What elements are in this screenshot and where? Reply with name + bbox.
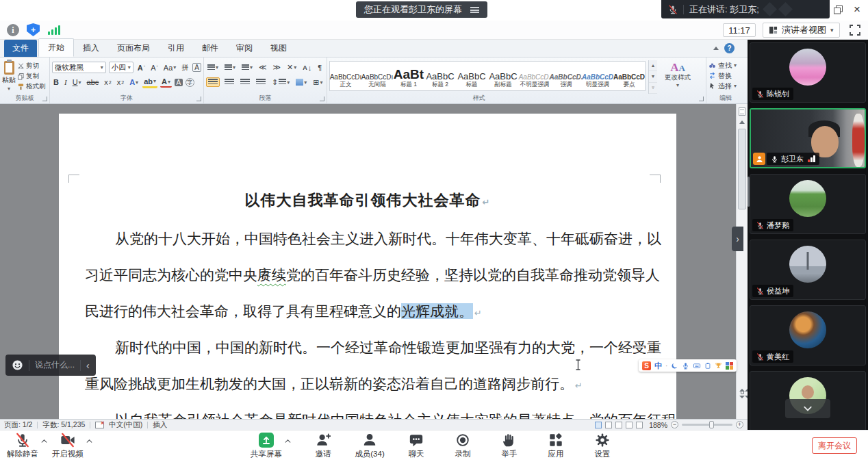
zoom-in-button[interactable]: + (736, 421, 743, 428)
grow-font-button[interactable]: Aˆ (136, 63, 146, 73)
info-icon[interactable]: i (7, 24, 19, 36)
leave-meeting-button[interactable]: 离开会议 (812, 437, 857, 454)
participant-tile-潘梦鹅[interactable]: 潘梦鹅 (750, 174, 866, 234)
word-count[interactable]: 字数: 5/1,235 (42, 420, 85, 430)
select-button[interactable]: 选择▾ (709, 81, 743, 91)
borders-button[interactable]: ⊞▾ (311, 77, 324, 88)
voice-input-icon[interactable] (682, 362, 689, 370)
screen-share-button[interactable]: 共享屏幕 (251, 433, 282, 459)
style-card[interactable]: AaBbC标题 (456, 62, 487, 90)
page-indicator[interactable]: 页面: 1/2 (4, 420, 32, 430)
enclose-characters-button[interactable]: 字 (186, 78, 194, 87)
bullets-button[interactable]: ▾ (206, 64, 220, 72)
format-painter-button[interactable]: 格式刷 (18, 82, 46, 91)
mic-muted-options-chevron[interactable] (40, 437, 48, 445)
document-area[interactable]: 以伟大自我革命引领伟大社会革命↵ 从党的十八大开始，中国特色社会主义进入新时代。… (0, 104, 748, 419)
invite-button[interactable]: 邀请 (308, 433, 338, 459)
document-scrollbar[interactable] (736, 104, 748, 419)
style-card[interactable]: AaBbCcDı正文 (330, 62, 361, 90)
members-button[interactable]: 成员(34) (355, 433, 385, 459)
subscript-button[interactable]: x2 (103, 77, 112, 87)
ribbon-tab-引用[interactable]: 引用 (159, 40, 193, 57)
banner-menu-icon[interactable] (470, 7, 479, 13)
character-shading-button[interactable]: A (175, 79, 183, 86)
change-case-button[interactable]: Aa▾ (162, 63, 177, 73)
line-spacing-button[interactable]: ⇕▾ (270, 77, 291, 88)
apps-button[interactable]: 应用 (541, 433, 571, 459)
moon-icon[interactable] (671, 362, 678, 370)
chat-button[interactable]: 聊天 (401, 433, 431, 459)
copy-button[interactable]: 复制 (18, 72, 46, 81)
multilevel-list-button[interactable]: ▾ (240, 64, 254, 72)
mic-muted-button[interactable]: 解除静音 (7, 433, 38, 459)
align-left-button[interactable] (206, 77, 220, 87)
paste-button[interactable]: 粘贴 ▾ (2, 60, 16, 94)
dialog-launcher-icon[interactable] (699, 97, 704, 101)
style-card[interactable]: AaBbCcD.强调 (550, 62, 582, 90)
window-close-button[interactable]: × (851, 3, 863, 16)
sidebar-collapse-handle[interactable]: › (732, 227, 743, 251)
dialog-launcher-icon[interactable] (196, 97, 201, 101)
align-center-button[interactable] (223, 78, 235, 86)
participant-tile-黄美红[interactable]: 黄美红 (750, 305, 866, 365)
select-browse-object-button[interactable] (741, 391, 744, 394)
align-right-button[interactable] (239, 78, 251, 86)
scroll-participants-button[interactable] (785, 399, 830, 418)
zoom-level[interactable]: 188% (649, 421, 667, 429)
shrink-font-button[interactable]: Aˇ (149, 63, 159, 73)
increase-indent-button[interactable]: ≫ (272, 62, 283, 73)
dialog-launcher-icon[interactable] (320, 97, 324, 101)
font-color-button[interactable]: A▾ (160, 77, 172, 88)
settings-button[interactable]: 设置 (587, 433, 617, 459)
ime-toolbox-icon[interactable] (726, 362, 733, 370)
screen-share-options-chevron[interactable] (284, 437, 292, 445)
italic-button[interactable]: I (63, 77, 68, 87)
spellcheck-status-icon[interactable] (95, 422, 104, 428)
ribbon-collapse-icon[interactable] (713, 47, 719, 50)
dialog-launcher-icon[interactable] (42, 97, 47, 101)
style-card[interactable]: AaBbC副标题 (487, 62, 519, 90)
ribbon-tab-邮件[interactable]: 邮件 (193, 40, 227, 57)
fullscreen-icon[interactable] (849, 24, 861, 36)
style-card[interactable]: AaBt标题 1 (393, 62, 424, 90)
character-border-button[interactable]: A (192, 63, 201, 72)
previous-page-button[interactable] (739, 379, 748, 389)
trophy-icon[interactable] (715, 362, 722, 370)
replace-button[interactable]: 替换 (709, 70, 743, 81)
text-effects-button[interactable]: A▾ (128, 77, 140, 87)
ribbon-tab-插入[interactable]: 插入 (74, 40, 108, 57)
styles-gallery-scroll[interactable]: ▲▼▿ (648, 60, 657, 94)
ribbon-tab-文件[interactable]: 文件 (4, 40, 37, 57)
ime-toolbar[interactable]: S 中 · (639, 359, 737, 372)
style-card[interactable]: AaBbCcD要点 (613, 62, 645, 90)
style-card[interactable]: AaBbCcD明显强调 (582, 62, 613, 90)
sogou-logo-icon[interactable]: S (642, 361, 651, 370)
quick-chat-bar[interactable]: 说点什么... ‹ (5, 355, 96, 376)
document-page[interactable]: 以伟大自我革命引领伟大社会革命↵ 从党的十八大开始，中国特色社会主义进入新时代。… (59, 114, 676, 419)
participant-tile-侯益坤[interactable]: 侯益坤 (750, 240, 866, 300)
participant-tile-陈锐钊[interactable]: 陈锐钊 (750, 42, 866, 103)
print-layout-view-button[interactable] (595, 422, 602, 428)
web-layout-view-button[interactable] (615, 422, 622, 428)
participant-tile[interactable] (750, 371, 866, 430)
ribbon-tab-开始[interactable]: 开始 (38, 38, 74, 57)
draft-view-button[interactable] (636, 422, 643, 428)
keyboard-icon[interactable] (693, 362, 701, 370)
change-styles-button[interactable]: AA 更改样式 ▾ (660, 60, 695, 94)
numbering-button[interactable]: ▾ (223, 64, 237, 72)
zoom-out-button[interactable]: − (671, 421, 678, 428)
camera-muted-button[interactable]: 开启视频 (52, 433, 84, 459)
zoom-slider[interactable] (682, 424, 732, 426)
raise-hand-button[interactable]: 举手 (494, 433, 524, 459)
zoom-slider-thumb[interactable] (709, 421, 714, 428)
record-button[interactable]: 录制 (448, 433, 478, 459)
ribbon-tab-视图[interactable]: 视图 (261, 40, 296, 57)
decrease-indent-button[interactable]: ≪ (257, 62, 268, 73)
fullscreen-reading-view-button[interactable] (605, 422, 612, 428)
ime-mode-indicator[interactable]: 中 (654, 361, 662, 371)
highlight-color-button[interactable]: ab▾ (142, 77, 157, 88)
shading-button[interactable]: ▾ (294, 78, 308, 86)
ribbon-tab-页面布局[interactable]: 页面布局 (108, 40, 159, 57)
style-card[interactable]: AaBbC标题 2 (424, 62, 456, 90)
outline-view-button[interactable] (626, 422, 633, 428)
